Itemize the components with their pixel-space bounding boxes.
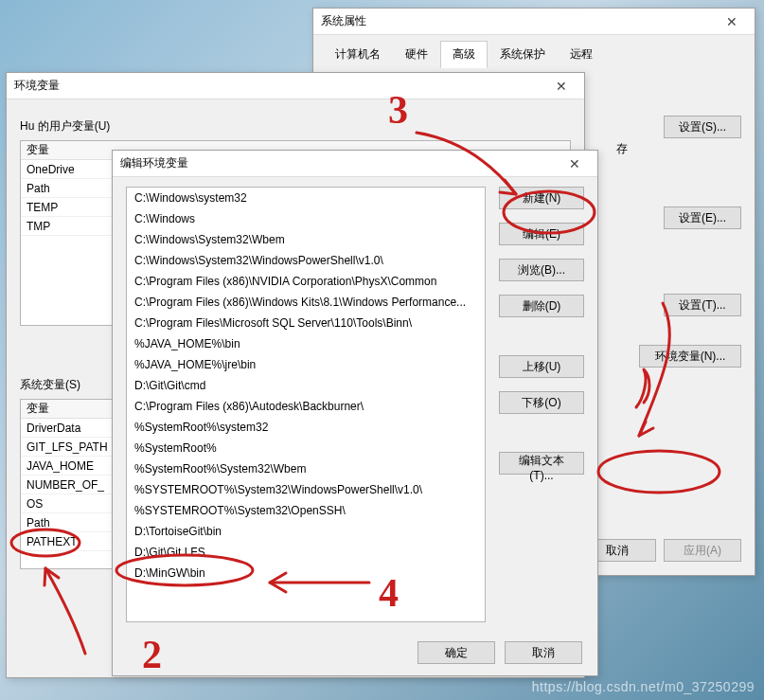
edit-env-var-window: 编辑环境变量 ✕ C:\Windows\system32 C:\Windows …	[112, 150, 598, 676]
titlebar[interactable]: 环境变量 ✕	[7, 73, 584, 99]
path-item[interactable]: D:\MinGW\bin	[127, 563, 485, 583]
titlebar[interactable]: 编辑环境变量 ✕	[113, 151, 597, 177]
delete-button[interactable]: 删除(D)	[499, 295, 584, 317]
path-item[interactable]: C:\Windows\system32	[127, 188, 485, 208]
editenv-body: C:\Windows\system32 C:\Windows C:\Window…	[113, 177, 597, 632]
settings-e-button[interactable]: 设置(E)...	[664, 206, 741, 229]
editenv-footer: 确定 取消	[418, 641, 582, 664]
edit-text-button[interactable]: 编辑文本(T)...	[499, 452, 584, 475]
user-vars-label: Hu 的用户变量(U)	[20, 118, 571, 135]
settings-t-button[interactable]: 设置(T)...	[664, 294, 741, 316]
close-icon[interactable]: ✕	[717, 11, 747, 32]
window-title: 编辑环境变量	[120, 155, 560, 171]
clipped-label: 存	[616, 141, 628, 157]
path-item[interactable]: C:\Program Files\Microsoft SQL Server\11…	[127, 313, 485, 333]
path-item[interactable]: %SystemRoot%	[127, 438, 485, 458]
side-buttons: 新建(N) 编辑(E) 浏览(B)... 删除(D) 上移(U) 下移(O) 编…	[499, 187, 584, 622]
path-item[interactable]: D:\Git\Git LFS	[127, 542, 485, 563]
path-item[interactable]: C:\Windows\System32\WindowsPowerShell\v1…	[127, 250, 485, 271]
edit-button[interactable]: 编辑(E)	[499, 223, 584, 245]
path-item[interactable]: C:\Program Files (x86)\Autodesk\Backburn…	[127, 396, 485, 417]
move-down-button[interactable]: 下移(O)	[499, 391, 584, 414]
close-icon[interactable]: ✕	[546, 76, 577, 97]
path-item[interactable]: %SYSTEMROOT%\System32\OpenSSH\	[127, 500, 485, 521]
tab-computer-name[interactable]: 计算机名	[323, 41, 393, 68]
browse-button[interactable]: 浏览(B)...	[499, 259, 584, 281]
path-item[interactable]: %SYSTEMROOT%\System32\WindowsPowerShell\…	[127, 479, 485, 500]
new-button[interactable]: 新建(N)	[499, 187, 584, 209]
path-item[interactable]: C:\Windows	[127, 208, 485, 229]
path-item[interactable]: D:\TortoiseGit\bin	[127, 521, 485, 542]
window-title: 环境变量	[14, 78, 546, 94]
apply-button: 应用(A)	[664, 539, 741, 562]
ok-button[interactable]: 确定	[418, 641, 495, 664]
watermark: https://blog.csdn.net/m0_37250299	[532, 679, 755, 694]
path-item[interactable]: C:\Program Files (x86)\NVIDIA Corporatio…	[127, 271, 485, 292]
path-item[interactable]: C:\Windows\System32\Wbem	[127, 229, 485, 250]
move-up-button[interactable]: 上移(U)	[499, 355, 584, 378]
path-list[interactable]: C:\Windows\system32 C:\Windows C:\Window…	[126, 187, 486, 622]
env-vars-button[interactable]: 环境变量(N)...	[639, 345, 741, 368]
titlebar[interactable]: 系统属性 ✕	[313, 9, 755, 35]
path-item[interactable]: D:\Git\Git\cmd	[127, 375, 485, 396]
settings-s-button[interactable]: 设置(S)...	[664, 116, 741, 138]
path-item[interactable]: C:\Program Files (x86)\Windows Kits\8.1\…	[127, 292, 485, 313]
tab-remote[interactable]: 远程	[558, 41, 605, 68]
path-item[interactable]: %SystemRoot%\system32	[127, 417, 485, 438]
close-icon[interactable]: ✕	[560, 153, 590, 174]
path-item[interactable]: %JAVA_HOME%\jre\bin	[127, 354, 485, 375]
tab-hardware[interactable]: 硬件	[393, 41, 440, 68]
path-item[interactable]: %SystemRoot%\System32\Wbem	[127, 458, 485, 479]
tab-advanced[interactable]: 高级	[440, 41, 488, 68]
tab-sysprotection[interactable]: 系统保护	[488, 41, 558, 68]
window-title: 系统属性	[321, 13, 717, 29]
cancel-button[interactable]: 取消	[505, 641, 582, 664]
path-item[interactable]: %JAVA_HOME%\bin	[127, 333, 485, 354]
tabs-row: 计算机名 硬件 高级 系统保护 远程	[313, 35, 755, 68]
